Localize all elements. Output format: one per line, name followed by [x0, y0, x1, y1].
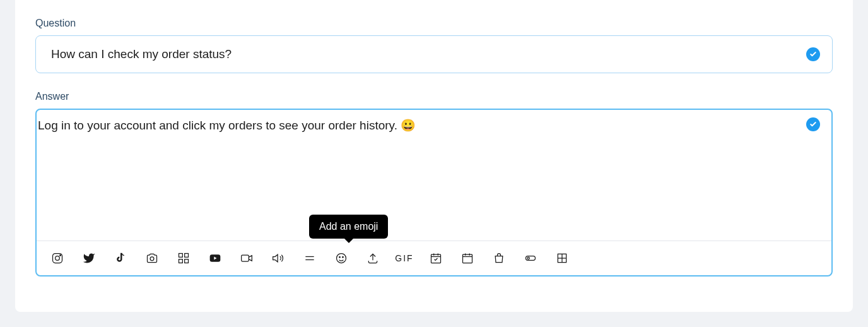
- svg-rect-4: [179, 254, 183, 258]
- answer-field-wrap: Log in to your account and click my orde…: [35, 109, 833, 276]
- svg-point-14: [343, 257, 344, 258]
- youtube-icon[interactable]: [208, 251, 222, 265]
- tiktok-icon[interactable]: [114, 251, 127, 265]
- svg-point-1: [56, 256, 60, 261]
- table-icon[interactable]: [555, 251, 569, 265]
- svg-rect-20: [463, 254, 472, 263]
- camera-icon[interactable]: [145, 251, 159, 265]
- svg-point-13: [339, 257, 341, 258]
- emoji-tooltip: Add an emoji: [309, 215, 388, 239]
- editor-toolbar: GIF: [37, 241, 831, 275]
- faq-editor-card: Question Answer Log in to your account a…: [15, 0, 853, 312]
- svg-point-31: [527, 257, 529, 259]
- video-icon[interactable]: [240, 251, 254, 265]
- bag-icon[interactable]: [492, 251, 506, 265]
- instagram-icon[interactable]: [50, 251, 64, 265]
- svg-point-3: [150, 257, 154, 261]
- grid-icon[interactable]: [177, 251, 191, 265]
- svg-point-2: [60, 255, 61, 256]
- calendar-icon[interactable]: [460, 251, 474, 265]
- twitter-icon[interactable]: [82, 251, 96, 265]
- emoji-icon[interactable]: [334, 251, 348, 265]
- spacer-icon[interactable]: [303, 251, 317, 265]
- answer-textarea[interactable]: Log in to your account and click my orde…: [37, 110, 831, 241]
- question-field-wrap: [35, 35, 833, 73]
- upload-icon[interactable]: [366, 251, 380, 265]
- svg-rect-9: [242, 255, 249, 261]
- svg-rect-16: [431, 254, 441, 263]
- svg-rect-7: [185, 259, 189, 263]
- answer-valid-badge: [806, 117, 820, 131]
- answer-label: Answer: [35, 91, 833, 102]
- audio-icon[interactable]: [271, 251, 285, 265]
- calendar-check-icon[interactable]: [429, 251, 443, 265]
- svg-point-12: [337, 254, 346, 263]
- question-input[interactable]: [35, 35, 833, 73]
- svg-rect-5: [185, 254, 189, 258]
- question-valid-badge: [806, 47, 820, 61]
- question-label: Question: [35, 18, 833, 29]
- gif-icon[interactable]: GIF: [397, 251, 411, 265]
- toggle-icon[interactable]: [524, 251, 537, 265]
- svg-rect-6: [179, 259, 183, 263]
